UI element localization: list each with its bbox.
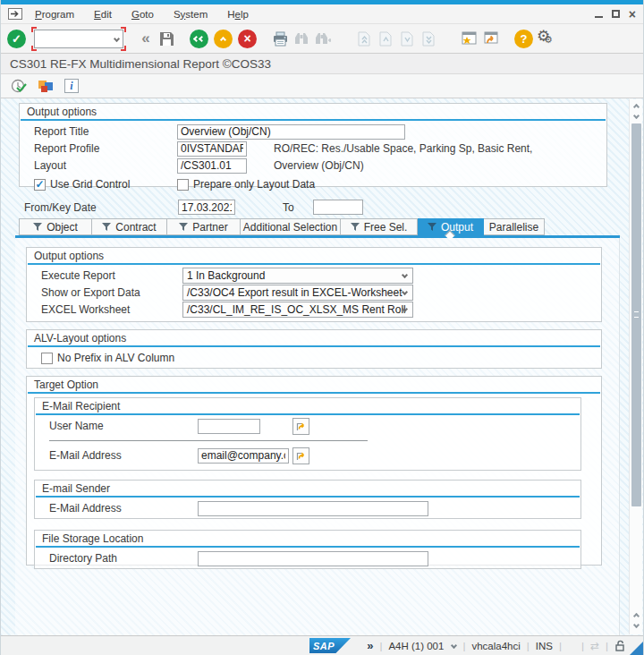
status-right-cluster: » | A4H (1) 001 | vhcala4hci | INS | | ⇄… [367, 639, 625, 652]
menu-program[interactable]: Program [35, 9, 74, 20]
divider: | [559, 641, 562, 651]
from-key-date-label: From/Key Date [24, 201, 178, 214]
status-expand-icon[interactable]: » [367, 639, 373, 652]
group-title: File Storage Location [35, 531, 580, 546]
chevron-down-icon [402, 289, 408, 295]
info-icon[interactable]: i [64, 79, 79, 93]
from-key-date-input[interactable] [178, 200, 235, 215]
find-next-icon [312, 28, 334, 49]
scrollbar-bottom-arrows [630, 608, 642, 632]
sender-email-label: E-Mail Address [49, 502, 198, 515]
group-title: E-mail Sender [35, 481, 580, 496]
help-icon[interactable]: ? [514, 30, 533, 48]
print-icon[interactable] [269, 28, 291, 49]
menu-edit[interactable]: Edit [94, 9, 112, 20]
focus-bracket [31, 46, 37, 51]
execute-icon[interactable] [11, 78, 28, 94]
save-icon[interactable] [156, 28, 177, 49]
directory-path-input[interactable] [198, 551, 428, 566]
to-date-input[interactable] [313, 200, 363, 215]
group-title: ALV-Layout options [27, 330, 601, 345]
report-title-input[interactable] [177, 124, 405, 140]
no-prefix-checkbox[interactable] [41, 353, 53, 364]
group-rule [36, 546, 580, 548]
cancel-icon[interactable]: × [238, 30, 257, 48]
enter-button[interactable]: ✓ [7, 30, 26, 48]
scrollbar-thumb[interactable] [631, 123, 641, 506]
scroll-down-icon[interactable] [630, 620, 642, 632]
sender-email-input[interactable] [198, 501, 428, 516]
user-name-input[interactable] [198, 419, 260, 434]
execute-report-select[interactable]: 1 In Background [182, 268, 413, 284]
tab-contract[interactable]: Contract [92, 218, 167, 235]
divider: | [462, 641, 465, 651]
system-session-info[interactable]: A4H (1) 001 [388, 641, 444, 651]
window-controls: × [595, 10, 636, 19]
menu-goto[interactable]: Goto [131, 9, 154, 20]
tab-partner[interactable]: Partner [167, 218, 241, 235]
group-rule [28, 392, 600, 394]
recipient-email-input[interactable] [198, 448, 289, 464]
resize-grip[interactable] [630, 642, 643, 655]
maximize-icon[interactable] [612, 10, 620, 18]
select-value: /C33/OC4 Export result in EXCEL-Workshee… [187, 286, 402, 299]
create-shortcut-icon[interactable] [480, 28, 502, 49]
back-icon[interactable] [190, 30, 208, 48]
show-export-label: Show or Export Data [41, 286, 182, 299]
menu-bar: Program Edit Goto System Help × [1, 4, 643, 24]
file-storage-group: File Storage Location Directory Path [34, 530, 581, 569]
divider: | [379, 641, 382, 651]
group-title: Output options [20, 104, 606, 119]
report-profile-description: RO/REC: Res./Usable Space, Parking Sp, B… [274, 142, 532, 155]
use-grid-control-label: Use Grid Control [50, 178, 130, 191]
group-rule [21, 119, 606, 121]
scroll-up-icon[interactable] [630, 99, 642, 111]
report-title-label: Report Title [34, 125, 177, 138]
command-field[interactable] [34, 30, 123, 48]
no-prefix-label: No Prefix in ALV Column [57, 352, 174, 364]
insert-mode[interactable]: INS [536, 641, 553, 651]
get-variant-icon[interactable] [38, 79, 55, 94]
menu-system[interactable]: System [174, 9, 208, 20]
scroll-up-icon[interactable] [630, 608, 642, 620]
menu-help[interactable]: Help [227, 9, 249, 20]
standard-toolbar: ✓ « × ? ⚙⚙ [1, 24, 643, 54]
show-export-select[interactable]: /C33/OC4 Export result in EXCEL-Workshee… [182, 285, 413, 301]
session-menu-icon[interactable] [8, 8, 22, 20]
prepare-layout-checkbox[interactable] [177, 179, 189, 191]
layout-description: Overview (Obj/CN) [274, 159, 364, 172]
group-rule [28, 263, 600, 265]
tab-label: Output [441, 221, 473, 234]
last-page-icon [418, 28, 439, 49]
customize-layout-icon[interactable]: ⚙⚙ [533, 29, 555, 48]
application-toolbar: i [1, 74, 643, 98]
alv-layout-options-group: ALV-Layout options No Prefix in ALV Colu… [26, 329, 602, 369]
layout-input[interactable] [177, 158, 247, 174]
output-options-group: Output options Execute Report 1 In Backg… [26, 247, 602, 322]
tab-additional-selection[interactable]: Additional Selection [241, 218, 341, 235]
collapse-icon[interactable]: « [134, 28, 156, 49]
previous-page-icon [375, 28, 396, 49]
directory-path-label: Directory Path [49, 552, 198, 565]
use-grid-control-checkbox[interactable] [34, 179, 46, 191]
divider [49, 440, 368, 441]
close-icon[interactable]: × [629, 10, 636, 19]
vertical-scrollbar[interactable] [629, 99, 642, 634]
screen-title-bar: CS301 RE-FX Multidimensional Report ©COS… [1, 54, 643, 74]
new-session-icon[interactable] [459, 28, 480, 49]
user-name-multi-select-button[interactable] [292, 418, 309, 435]
report-profile-input[interactable] [177, 141, 247, 157]
excel-worksheet-select[interactable]: /C33/CL_IM_RE_IS_OC_XLSX_MS Rent Roll [182, 302, 413, 318]
tab-object[interactable]: Object [19, 218, 92, 235]
focus-bracket [121, 46, 126, 51]
tab-free-sel[interactable]: Free Sel. [341, 218, 418, 235]
chevron-down-icon[interactable] [451, 642, 457, 649]
tab-parallelise[interactable]: Parallelise [484, 218, 545, 235]
email-recipient-group: E-Mail Recipient User Name E-Mail Addres… [34, 397, 581, 471]
minimize-icon[interactable] [595, 11, 603, 18]
exit-icon[interactable] [214, 30, 233, 48]
scroll-down-icon[interactable] [630, 111, 642, 123]
recipient-email-multi-select-button[interactable] [292, 447, 309, 464]
tab-label: Free Sel. [364, 221, 408, 234]
key-date-row: From/Key Date To [19, 199, 363, 216]
